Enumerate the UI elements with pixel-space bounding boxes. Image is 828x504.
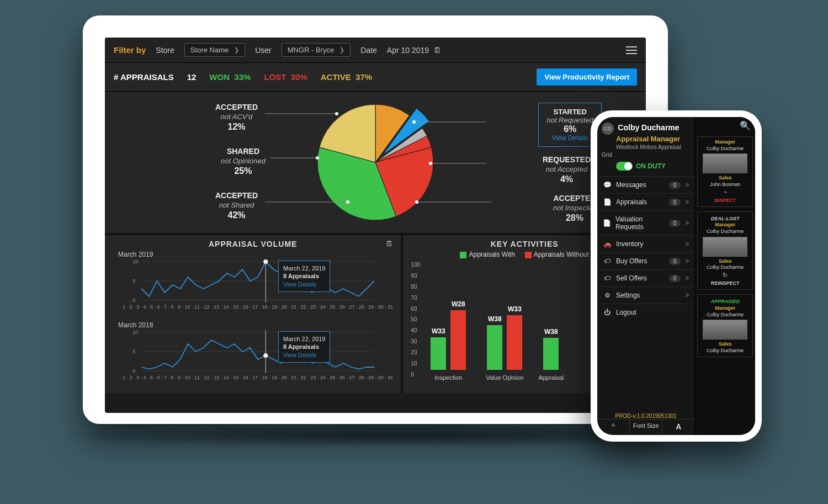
date-picker[interactable]: Apr 10 2019 🗓	[387, 46, 441, 55]
svg-text:5: 5	[132, 278, 135, 284]
phone-cards-column: 🔍 ManagerColby Ducharme SalesJohn Bosman…	[695, 117, 755, 435]
chevron-right-icon: >	[685, 274, 689, 282]
calendar-icon[interactable]: 🗓	[386, 240, 393, 248]
svg-text:10: 10	[132, 259, 138, 264]
vehicle-image	[703, 320, 748, 339]
bar-with: W33	[431, 337, 446, 370]
store-label: Store	[156, 46, 174, 55]
user-name: Colby Ducharme	[618, 123, 679, 132]
phone-header: CD Colby Ducharme Appraisal Manager West…	[597, 117, 694, 176]
pie-label-accepted-shared: ACCEPTED not Shared 42%	[215, 191, 258, 221]
calendar-icon: 🗓	[433, 46, 441, 55]
phone-screen: CD Colby Ducharme Appraisal Manager West…	[597, 117, 755, 435]
nav-icon: 📄	[603, 219, 611, 227]
nav-item-inventory[interactable]: 🚗 Inventory >	[597, 235, 694, 252]
nav-icon: 🏷	[603, 257, 612, 265]
volume-title: APPRAISAL VOLUME	[113, 240, 393, 248]
nav-label: Sell Offers	[616, 274, 647, 282]
pie-label-requested: REQUESTED not Accepted 4%	[543, 155, 591, 185]
tooltip-2018: March 22, 2019 8 Appraisals View Details	[278, 331, 330, 363]
avatar: CD	[602, 123, 614, 135]
duty-toggle[interactable]: ON DUTY	[616, 162, 690, 171]
store-value: Store Name	[190, 46, 229, 54]
phone-menu: CD Colby Ducharme Appraisal Manager West…	[597, 117, 695, 435]
font-size-control[interactable]: A Font Size A	[597, 419, 694, 434]
view-details-link[interactable]: View Details	[283, 351, 325, 359]
nav-icon: ⏻	[603, 309, 612, 316]
appraisal-card[interactable]: ManagerColby Ducharme SalesJohn Bosman~I…	[697, 136, 753, 207]
user-value: MNGR - Bryce	[288, 46, 335, 54]
nav-item-appraisals[interactable]: 📄 Appraisals 0 >	[597, 193, 694, 210]
nav-label: Valuation Requests	[615, 215, 665, 231]
chevron-right-icon: >	[685, 291, 689, 299]
appraisal-card[interactable]: DEAL-LOSTManagerColby Ducharme SalesColb…	[697, 211, 753, 290]
nav-icon: 🏷	[603, 274, 612, 282]
nav-label: Inventory	[616, 240, 643, 248]
user-sub: Westlock Motors Appraisal Grid	[602, 144, 681, 158]
search-icon[interactable]: 🔍	[695, 117, 755, 134]
month2-label: March 2018	[118, 321, 393, 329]
filter-title: Filter by	[114, 45, 146, 55]
chevron-right-icon: >	[685, 219, 689, 227]
nav-item-settings[interactable]: ⚙ Settings >	[597, 287, 694, 304]
view-report-button[interactable]: View Productivity Report	[537, 68, 637, 86]
svg-text:0: 0	[132, 298, 135, 303]
user-label: User	[255, 46, 272, 55]
nav-item-buy-offers[interactable]: 🏷 Buy Offers 0 >	[597, 252, 694, 269]
laptop-frame: Filter by Store Store Name ❯ User MNGR -…	[83, 15, 668, 424]
pie-label-accepted-acv: ACCEPTED not ACV'd 12%	[215, 103, 258, 132]
nav-label: Buy Offers	[616, 257, 647, 265]
nav-item-valuation-requests[interactable]: 📄 Valuation Requests 0 >	[597, 210, 694, 235]
chevron-right-icon: >	[685, 198, 689, 206]
chevron-down-icon: ❯	[339, 46, 344, 54]
nav-badge: 0	[669, 275, 681, 282]
nav-label: Logout	[616, 309, 636, 316]
pie-chart-panel: ACCEPTED not ACV'd 12% SHARED not Opinio…	[105, 92, 646, 235]
appraisals-label: # APPRAISALS	[114, 72, 174, 82]
nav-icon: ⚙	[603, 291, 612, 299]
user-select[interactable]: MNGR - Bryce ❯	[282, 43, 351, 57]
dashboard-screen: Filter by Store Store Name ❯ User MNGR -…	[105, 38, 646, 413]
appraisals-value: 12	[187, 72, 197, 82]
stats-bar: # APPRAISALS 12 WON 33% LOST 30% ACTIVE …	[105, 63, 646, 92]
nav-badge: 0	[669, 199, 681, 206]
bar-with: W38	[543, 338, 559, 370]
appraisal-volume-panel: APPRAISAL VOLUME 🗓 March 2019 0510 March…	[105, 235, 403, 393]
filter-bar: Filter by Store Store Name ❯ User MNGR -…	[105, 38, 646, 63]
nav-icon: 🚗	[603, 240, 612, 248]
line-chart-2019: 0510 March 22, 2019 8 Appraisals View De…	[113, 259, 393, 320]
nav-label: Appraisals	[616, 198, 647, 206]
lower-panels: APPRAISAL VOLUME 🗓 March 2019 0510 March…	[105, 235, 646, 393]
bar-without: W28	[450, 310, 466, 370]
user-role: Appraisal Manager	[616, 135, 680, 143]
tooltip-2019: March 22, 2019 8 Appraisals View Details	[278, 261, 330, 292]
store-select[interactable]: Store Name ❯	[184, 43, 245, 57]
menu-icon[interactable]	[626, 44, 637, 56]
view-details-link[interactable]: View Details	[283, 280, 325, 288]
nav-icon: 📄	[603, 198, 612, 206]
chevron-right-icon: >	[685, 257, 689, 265]
bar-with: W38	[487, 325, 502, 370]
svg-text:10: 10	[132, 330, 138, 335]
nav-item-sell-offers[interactable]: 🏷 Sell Offers 0 >	[597, 269, 694, 287]
vehicle-image	[703, 153, 748, 173]
view-details-link[interactable]: View Details	[546, 134, 593, 142]
pie-chart	[312, 99, 439, 226]
nav-label: Messages	[616, 181, 646, 189]
nav-badge: 0	[669, 220, 681, 227]
nav-item-logout[interactable]: ⏻ Logout	[597, 304, 694, 321]
svg-text:0: 0	[132, 368, 135, 373]
nav-label: Settings	[616, 291, 640, 299]
month1-label: March 2019	[118, 251, 393, 258]
nav-item-messages[interactable]: 💬 Messages 0 >	[597, 176, 694, 193]
pie-label-shared: SHARED not Opinioned 25%	[221, 147, 266, 177]
line-chart-2018: 0510 March 22, 2019 8 Appraisals View De…	[113, 330, 393, 391]
phone-nav: 💬 Messages 0 >📄 Appraisals 0 >📄 Valuatio…	[597, 176, 694, 321]
appraisal-card[interactable]: APPRAISEDManagerColby Ducharme SalesColb…	[697, 294, 753, 357]
svg-text:5: 5	[132, 349, 135, 354]
chevron-right-icon: >	[685, 240, 689, 248]
toggle-icon	[616, 162, 633, 171]
version-label: PROD-v.1.0.2019051301	[597, 413, 694, 419]
nav-badge: 0	[669, 258, 681, 265]
pie-label-accepted-insp: ACCEPTED not Inspected 28%	[553, 194, 596, 224]
